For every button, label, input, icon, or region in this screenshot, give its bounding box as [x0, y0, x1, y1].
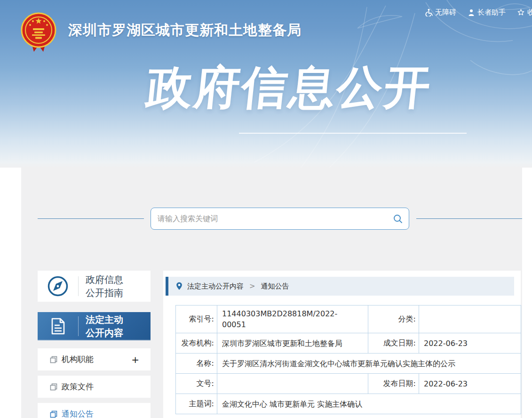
breadcrumb-level1[interactable]: 法定主动公开内容	[187, 282, 244, 291]
publisher-label: 发布机构:	[176, 333, 217, 354]
publish-date-value: 2022-06-23	[419, 374, 521, 394]
sidebar-item-statutory-disclosure[interactable]: 法定主动 公开内容	[38, 312, 151, 340]
sidebar: 政府信息 公开指南 法定主动 公开内容	[38, 271, 151, 418]
table-row: 索引号: 11440303MB2D28818M/2022-00051 分类:	[176, 305, 521, 333]
location-pin-icon	[176, 282, 183, 290]
search-divider-right	[416, 218, 522, 219]
sidebar-org-functions-label: 机构职能	[62, 354, 94, 365]
sidebar-statutory-label: 法定主动 公开内容	[79, 313, 123, 340]
breadcrumb-level2[interactable]: 通知公告	[261, 282, 289, 291]
sidebar-notices-label: 通知公告	[62, 409, 94, 418]
document-icon	[38, 316, 78, 336]
elder-helper-icon	[468, 9, 475, 16]
category-value	[419, 305, 521, 333]
national-emblem	[20, 11, 57, 53]
expand-plus-icon[interactable]: +	[131, 355, 139, 364]
pages-icon	[50, 410, 57, 418]
search-box	[151, 208, 409, 230]
breadcrumb: 法定主动公开内容 > 通知公告	[166, 277, 514, 296]
sidebar-guide-label: 政府信息 公开指南	[79, 273, 123, 300]
elder-helper-link[interactable]: 长者助手	[468, 8, 506, 17]
compass-icon	[38, 275, 78, 297]
search-input[interactable]	[151, 208, 387, 229]
utility-links: 无障碍 长者助手 收藏	[425, 8, 532, 17]
sidebar-item-policy-documents[interactable]: 政策文件	[38, 376, 151, 398]
keywords-label: 主题词:	[176, 394, 217, 414]
favorite-link[interactable]: 收藏	[517, 8, 532, 17]
search-button[interactable]	[387, 208, 409, 229]
banner-title: 政府信息公开	[98, 57, 481, 119]
index-number-value: 11440303MB2D28818M/2022-00051	[217, 305, 368, 333]
doc-number-value	[217, 374, 368, 394]
table-row: 主题词: 金湖文化中心 城市更新单元 实施主体确认	[176, 394, 521, 414]
written-date-label: 成文日期:	[368, 333, 419, 354]
accessibility-link[interactable]: 无障碍	[425, 8, 456, 17]
favorite-label: 收藏	[527, 8, 532, 17]
table-row: 名称: 关于罗湖区清水河街道金湖文化中心城市更新单元确认实施主体的公示	[176, 354, 521, 374]
index-number-label: 索引号:	[176, 305, 217, 333]
page: 深圳市罗湖区城市更新和土地整备局 无障碍 长者助手	[0, 0, 532, 418]
star-icon	[517, 8, 525, 16]
table-row: 发布机构: 深圳市罗湖区城市更新和土地整备局 成文日期: 2022-06-23	[176, 333, 521, 354]
elder-helper-label: 长者助手	[477, 8, 506, 17]
search-icon	[393, 214, 403, 224]
title-value: 关于罗湖区清水河街道金湖文化中心城市更新单元确认实施主体的公示	[217, 354, 521, 374]
banner: 深圳市罗湖区城市更新和土地整备局 无障碍 长者助手	[0, 0, 532, 168]
accessibility-label: 无障碍	[435, 8, 456, 17]
pages-icon	[50, 383, 57, 391]
search-divider-left	[38, 218, 144, 219]
sidebar-item-notices[interactable]: 通知公告	[38, 403, 151, 418]
document-meta-table: 索引号: 11440303MB2D28818M/2022-00051 分类: 发…	[175, 305, 521, 414]
publisher-value: 深圳市罗湖区城市更新和土地整备局	[217, 333, 368, 354]
accessibility-icon	[425, 8, 433, 16]
breadcrumb-separator: >	[249, 282, 255, 290]
doc-number-label: 文号:	[176, 374, 217, 394]
title-underline	[239, 133, 467, 134]
table-row: 文号: 发布日期: 2022-06-23	[176, 374, 521, 394]
pages-icon	[50, 356, 57, 363]
title-label: 名称:	[176, 354, 217, 374]
written-date-value: 2022-06-23	[419, 333, 521, 354]
sidebar-item-guide[interactable]: 政府信息 公开指南	[38, 271, 151, 302]
category-label: 分类:	[368, 305, 419, 333]
keywords-value: 金湖文化中心 城市更新单元 实施主体确认	[217, 394, 521, 414]
sidebar-policy-documents-label: 政策文件	[62, 381, 94, 392]
publish-date-label: 发布日期:	[368, 374, 419, 394]
main-content: 法定主动公开内容 > 通知公告 索引号: 11440303MB2D28818M/…	[163, 271, 521, 418]
sidebar-item-org-functions[interactable]: 机构职能 +	[38, 348, 151, 370]
agency-name: 深圳市罗湖区城市更新和土地整备局	[68, 21, 302, 40]
